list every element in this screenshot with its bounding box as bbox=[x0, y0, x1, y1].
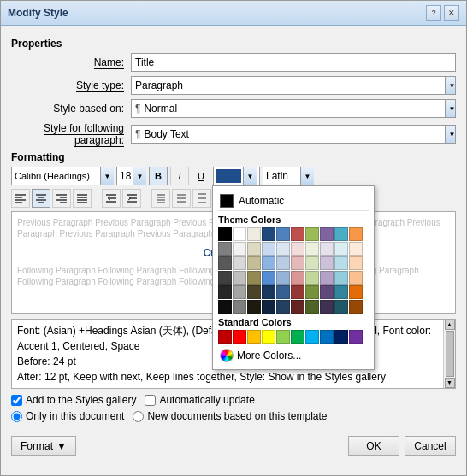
add-gallery-checkbox[interactable] bbox=[11, 395, 22, 406]
theme-color-cell[interactable] bbox=[291, 227, 304, 241]
theme-color-cell[interactable] bbox=[305, 285, 319, 299]
theme-color-cell[interactable] bbox=[218, 300, 232, 314]
standard-color-cell[interactable] bbox=[320, 330, 334, 344]
help-button[interactable]: ? bbox=[426, 5, 441, 21]
theme-color-cell[interactable] bbox=[305, 256, 319, 270]
theme-color-cell[interactable] bbox=[218, 271, 232, 285]
name-input[interactable]: Title bbox=[131, 53, 456, 72]
theme-color-cell[interactable] bbox=[233, 285, 246, 299]
style-based-dropdown-arrow[interactable]: ▼ bbox=[445, 100, 456, 117]
theme-color-cell[interactable] bbox=[233, 227, 246, 241]
justify-button[interactable] bbox=[73, 189, 92, 208]
indent-more-button[interactable] bbox=[122, 189, 141, 208]
theme-color-cell[interactable] bbox=[247, 256, 261, 270]
theme-color-cell[interactable] bbox=[349, 300, 363, 314]
theme-color-cell[interactable] bbox=[349, 285, 363, 299]
theme-color-cell[interactable] bbox=[334, 227, 348, 241]
theme-color-cell[interactable] bbox=[349, 227, 363, 241]
only-document-radio[interactable] bbox=[11, 411, 22, 422]
theme-color-cell[interactable] bbox=[262, 271, 275, 285]
theme-color-cell[interactable] bbox=[262, 285, 275, 299]
font-color-arrow[interactable]: ▼ bbox=[243, 167, 257, 185]
standard-color-cell[interactable] bbox=[218, 330, 232, 344]
theme-color-cell[interactable] bbox=[218, 256, 232, 270]
standard-color-cell[interactable] bbox=[305, 330, 319, 344]
theme-color-cell[interactable] bbox=[276, 227, 290, 241]
theme-color-cell[interactable] bbox=[334, 285, 348, 299]
align-center-button[interactable] bbox=[32, 189, 50, 208]
align-left-button[interactable] bbox=[11, 189, 30, 208]
theme-color-cell[interactable] bbox=[349, 242, 363, 256]
new-template-radio[interactable] bbox=[133, 411, 144, 422]
theme-color-cell[interactable] bbox=[291, 271, 304, 285]
theme-color-cell[interactable] bbox=[305, 300, 319, 314]
theme-color-cell[interactable] bbox=[276, 256, 290, 270]
scroll-down-arrow[interactable]: ▼ bbox=[445, 378, 455, 388]
standard-color-cell[interactable] bbox=[349, 330, 363, 344]
theme-color-cell[interactable] bbox=[320, 271, 334, 285]
theme-color-cell[interactable] bbox=[305, 242, 319, 256]
theme-color-cell[interactable] bbox=[233, 300, 246, 314]
theme-color-cell[interactable] bbox=[247, 271, 261, 285]
theme-color-cell[interactable] bbox=[262, 227, 275, 241]
standard-color-cell[interactable] bbox=[276, 330, 290, 344]
theme-color-cell[interactable] bbox=[334, 300, 348, 314]
theme-color-cell[interactable] bbox=[262, 300, 275, 314]
scroll-thumb[interactable] bbox=[446, 331, 454, 377]
standard-color-cell[interactable] bbox=[334, 330, 348, 344]
line-spacing-single-button[interactable] bbox=[151, 189, 170, 208]
theme-color-cell[interactable] bbox=[334, 256, 348, 270]
language-arrow[interactable]: ▼ bbox=[300, 167, 314, 185]
automatic-row[interactable]: Automatic bbox=[218, 191, 369, 211]
theme-color-cell[interactable] bbox=[349, 271, 363, 285]
style-type-select[interactable]: Paragraph ▼ bbox=[131, 76, 456, 95]
theme-color-cell[interactable] bbox=[320, 242, 334, 256]
cancel-button[interactable]: Cancel bbox=[405, 436, 456, 456]
theme-color-cell[interactable] bbox=[291, 300, 304, 314]
format-button[interactable]: Format ▼ bbox=[11, 436, 76, 456]
theme-color-cell[interactable] bbox=[218, 242, 232, 256]
theme-color-cell[interactable] bbox=[276, 285, 290, 299]
theme-color-cell[interactable] bbox=[276, 271, 290, 285]
line-spacing-1-5-button[interactable] bbox=[172, 189, 191, 208]
theme-color-cell[interactable] bbox=[334, 271, 348, 285]
underline-button[interactable]: U bbox=[192, 167, 210, 185]
style-following-dropdown-arrow[interactable]: ▼ bbox=[445, 126, 456, 143]
theme-color-cell[interactable] bbox=[320, 300, 334, 314]
theme-color-cell[interactable] bbox=[291, 242, 304, 256]
standard-color-cell[interactable] bbox=[247, 330, 261, 344]
style-following-select[interactable]: ¶ Body Text ▼ bbox=[131, 125, 456, 144]
line-spacing-double-button[interactable] bbox=[192, 189, 211, 208]
theme-color-cell[interactable] bbox=[247, 242, 261, 256]
align-right-button[interactable] bbox=[52, 189, 71, 208]
font-name-dropdown[interactable]: Calibri (Headings) ▼ bbox=[11, 167, 114, 185]
scroll-up-arrow[interactable]: ▲ bbox=[445, 320, 455, 330]
theme-color-cell[interactable] bbox=[320, 227, 334, 241]
theme-color-cell[interactable] bbox=[305, 227, 319, 241]
more-colors-row[interactable]: More Colors... bbox=[218, 347, 369, 364]
theme-color-cell[interactable] bbox=[320, 285, 334, 299]
theme-color-cell[interactable] bbox=[218, 285, 232, 299]
theme-color-cell[interactable] bbox=[247, 227, 261, 241]
theme-color-cell[interactable] bbox=[233, 271, 246, 285]
theme-color-cell[interactable] bbox=[247, 300, 261, 314]
theme-color-cell[interactable] bbox=[233, 256, 246, 270]
font-size-arrow[interactable]: ▼ bbox=[133, 167, 146, 185]
theme-color-cell[interactable] bbox=[349, 256, 363, 270]
font-size-dropdown[interactable]: 18 ▼ bbox=[116, 167, 146, 185]
theme-color-cell[interactable] bbox=[218, 227, 232, 241]
standard-color-cell[interactable] bbox=[262, 330, 275, 344]
theme-color-cell[interactable] bbox=[291, 285, 304, 299]
theme-color-cell[interactable] bbox=[276, 300, 290, 314]
theme-color-cell[interactable] bbox=[305, 271, 319, 285]
theme-color-cell[interactable] bbox=[334, 242, 348, 256]
bold-button[interactable]: B bbox=[149, 167, 168, 185]
style-based-select[interactable]: ¶ Normal ▼ bbox=[131, 99, 456, 118]
ok-button[interactable]: OK bbox=[348, 436, 399, 456]
theme-color-cell[interactable] bbox=[262, 242, 275, 256]
theme-color-cell[interactable] bbox=[291, 256, 304, 270]
theme-color-cell[interactable] bbox=[247, 285, 261, 299]
theme-color-cell[interactable] bbox=[262, 256, 275, 270]
font-name-arrow[interactable]: ▼ bbox=[100, 167, 114, 185]
indent-less-button[interactable] bbox=[102, 189, 121, 208]
